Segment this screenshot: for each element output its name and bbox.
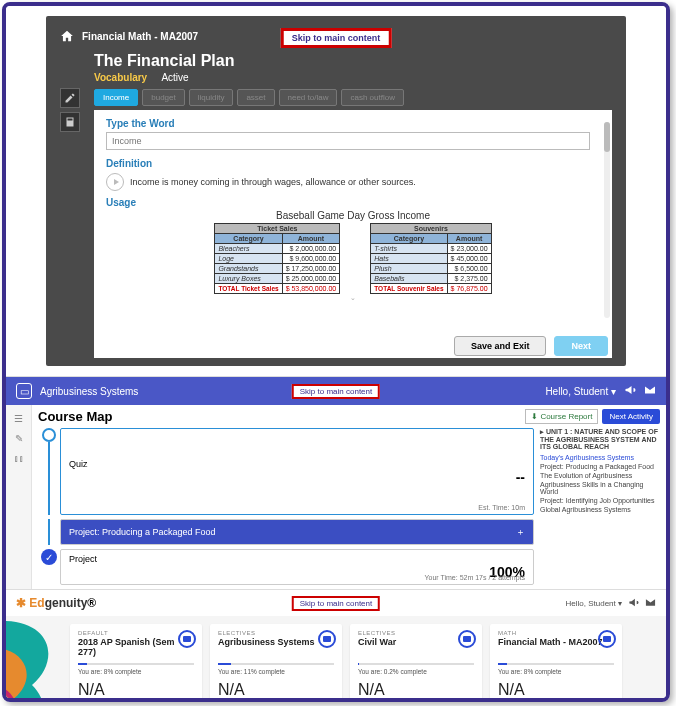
quiz-card[interactable]: Quiz -- Est. Time: 10m — [60, 428, 534, 515]
sidebar-link[interactable]: Agribusiness Skills in a Changing World — [540, 481, 660, 495]
type-the-word-input[interactable] — [106, 132, 590, 150]
tab-needtolaw[interactable]: need to/law — [279, 89, 338, 106]
dashboard-section: ✱ Edgenuity® Skip to main content Hello,… — [6, 589, 666, 702]
announcement-icon[interactable] — [628, 597, 639, 610]
progress-bar — [358, 663, 359, 665]
actual-grade-label: Actual Grade — [218, 699, 334, 702]
scroll-hint-icon: ⌄ — [106, 294, 600, 302]
course-category: DEFAULT — [78, 630, 194, 636]
scrollbar[interactable] — [604, 122, 610, 318]
course-map-section: ▭ Agribusiness Systems Skip to main cont… — [6, 376, 666, 589]
course-ring-icon — [318, 630, 336, 648]
actual-grade-label: Actual Grade — [78, 699, 194, 702]
definition-heading: Definition — [106, 158, 600, 169]
rail-list-icon[interactable]: ☰ — [12, 411, 26, 425]
content-panel: Type the Word Definition Income is money… — [94, 110, 612, 330]
save-and-exit-button[interactable]: Save and Exit — [454, 336, 547, 356]
course-ring-icon — [458, 630, 476, 648]
skip-to-main-link[interactable]: Skip to main content — [281, 28, 392, 48]
project-banner-title: Project: Producing a Packaged Food — [69, 527, 216, 537]
project-title: Project — [69, 554, 525, 564]
next-button[interactable]: Next — [554, 336, 608, 356]
ticket-sales-table: Ticket Sales CategoryAmount Bleachers$ 2… — [214, 223, 340, 294]
vocabulary-label: Vocabulary — [94, 72, 147, 83]
unit-sidebar: ▸ UNIT 1 : NATURE AND SCOPE OF THE AGRIB… — [540, 428, 660, 515]
mail-icon[interactable] — [645, 597, 656, 610]
progress-text: You are: 11% complete — [218, 668, 334, 675]
pencil-icon[interactable] — [60, 88, 80, 108]
course-ring-icon — [598, 630, 616, 648]
grade-na: N/A — [358, 681, 474, 699]
tab-liquidity[interactable]: liquidity — [189, 89, 234, 106]
lesson-player-section: Financial Math - MA2007 Skip to main con… — [6, 6, 666, 376]
course-title: Financial Math - MA2007 — [498, 637, 614, 657]
grade-na: N/A — [218, 681, 334, 699]
progress-bar — [78, 663, 87, 665]
app-badge-icon[interactable]: ▭ — [16, 383, 32, 399]
course-category: ELECTIVES — [358, 630, 474, 636]
actual-grade-label: Actual Grade — [498, 699, 614, 702]
course-card[interactable]: ELECTIVES Agribusiness Systems You are: … — [210, 624, 342, 702]
lesson-title: The Financial Plan — [94, 52, 612, 70]
hello-user[interactable]: Hello, Student ▾ — [566, 599, 622, 608]
progress-bar — [498, 663, 507, 665]
progress-text: You are: 0.2% complete — [358, 668, 474, 675]
tab-income[interactable]: Income — [94, 89, 138, 106]
active-label: Active — [161, 72, 188, 83]
project-card[interactable]: Project 100% Your Time: 52m 17s / 2 atte… — [60, 549, 534, 585]
project-banner[interactable]: Project: Producing a Packaged Food ＋ — [60, 519, 534, 545]
course-title: 2018 AP Spanish (Sem 277) — [78, 637, 194, 657]
vocab-tabs: Income budget liquidity asset need to/la… — [60, 87, 612, 110]
course-name: Agribusiness Systems — [40, 386, 138, 397]
course-title: Financial Math - MA2007 — [82, 31, 198, 42]
course-card[interactable]: DEFAULT 2018 AP Spanish (Sem 277) You ar… — [70, 624, 202, 702]
actual-grade-label: Actual Grade — [358, 699, 474, 702]
tool-column — [60, 88, 80, 132]
tab-budget[interactable]: budget — [142, 89, 184, 106]
usage-caption: Baseball Game Day Gross Income — [106, 210, 600, 221]
home-icon[interactable] — [60, 29, 74, 43]
decorative-blob-icon — [6, 616, 68, 702]
souvenirs-table: Souvenirs CategoryAmount T-shirts$ 23,00… — [370, 223, 491, 294]
play-audio-icon[interactable] — [106, 173, 124, 191]
course-map-title: Course Map — [38, 409, 525, 424]
expand-icon: ＋ — [516, 526, 525, 539]
quiz-title: Quiz — [69, 459, 525, 469]
course-category: ELECTIVES — [218, 630, 334, 636]
edgenuity-logo: ✱ Edgenuity® — [16, 596, 96, 610]
definition-text: Income is money coming in through wages,… — [130, 177, 416, 187]
hello-user[interactable]: Hello, Student ▾ — [545, 386, 616, 397]
type-the-word-heading: Type the Word — [106, 118, 600, 129]
sidebar-link[interactable]: Project: Identifying Job Opportunities — [540, 497, 660, 504]
quiz-meta: Est. Time: 10m — [478, 504, 525, 511]
sidebar-link[interactable]: Project: Producing a Packaged Food — [540, 463, 660, 470]
progress-text: You are: 8% complete — [498, 668, 614, 675]
next-activity-button[interactable]: Next Activity — [602, 409, 660, 424]
grade-na: N/A — [78, 681, 194, 699]
sidebar-link[interactable]: Global Agribusiness Systems — [540, 506, 660, 513]
course-card[interactable]: ELECTIVES Civil War You are: 0.2% comple… — [350, 624, 482, 702]
unit-heading: ▸ UNIT 1 : NATURE AND SCOPE OF THE AGRIB… — [540, 428, 660, 451]
sidebar-link[interactable]: The Evolution of Agribusiness — [540, 472, 660, 479]
course-ring-icon — [178, 630, 196, 648]
tab-cashoutflow[interactable]: cash outflow — [341, 89, 403, 106]
course-card[interactable]: MATH Financial Math - MA2007 You are: 8%… — [490, 624, 622, 702]
tab-asset[interactable]: asset — [237, 89, 274, 106]
progress-text: You are: 8% complete — [78, 668, 194, 675]
skip-to-main-link[interactable]: Skip to main content — [292, 384, 380, 399]
mail-icon[interactable] — [644, 384, 656, 398]
calculator-icon[interactable] — [60, 112, 80, 132]
sidebar-link[interactable]: Today's Agribusiness Systems — [540, 454, 660, 461]
skip-to-main-link[interactable]: Skip to main content — [292, 596, 380, 611]
announcement-icon[interactable] — [624, 384, 636, 398]
course-report-button[interactable]: ⬇ Course Report — [525, 409, 598, 424]
rail-edit-icon[interactable]: ✎ — [12, 431, 26, 445]
course-title: Civil War — [358, 637, 474, 657]
course-category: MATH — [498, 630, 614, 636]
grade-na: N/A — [498, 681, 614, 699]
project-meta: Your Time: 52m 17s / 2 attempts — [424, 574, 525, 581]
left-rail: ☰ ✎ ⫾⫾ — [6, 405, 32, 589]
course-title: Agribusiness Systems — [218, 637, 334, 657]
rail-chart-icon[interactable]: ⫾⫾ — [12, 451, 26, 465]
usage-heading: Usage — [106, 197, 600, 208]
